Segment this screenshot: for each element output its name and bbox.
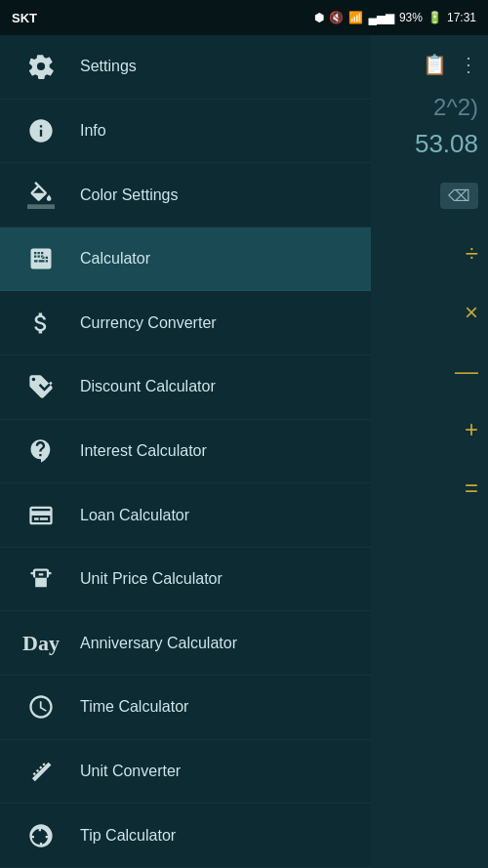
interest-calculator-label: Interest Calculator <box>80 442 207 460</box>
sidebar-item-interest-calculator[interactable]: Interest Calculator <box>0 420 371 484</box>
plus-button[interactable]: + <box>465 416 478 443</box>
calc-header: 📋 ⋮ <box>371 45 488 84</box>
day-text-icon: Day <box>20 622 62 665</box>
calc-result: 53.08 <box>371 125 488 163</box>
time-label: 17:31 <box>447 11 476 24</box>
battery-icon: 🔋 <box>427 11 442 24</box>
interest-icon <box>20 430 62 473</box>
multiply-button[interactable]: × <box>465 299 478 326</box>
percent-tag-icon <box>20 365 62 408</box>
app-container: Settings Info Color Settings Calculator <box>0 35 488 868</box>
sidebar-item-settings[interactable]: Settings <box>0 35 371 100</box>
bluetooth-icon: ⬢ <box>314 11 324 24</box>
more-options-icon[interactable]: ⋮ <box>459 53 478 76</box>
minus-button[interactable]: — <box>455 357 478 385</box>
navigation-drawer: Settings Info Color Settings Calculator <box>0 35 371 868</box>
divide-button[interactable]: ÷ <box>466 240 478 268</box>
gear-icon <box>20 45 62 88</box>
ruler-icon <box>20 750 62 793</box>
scales-icon <box>20 558 62 600</box>
status-icons: ⬢ 🔇 📶 ▄▅▆ 93% 🔋 17:31 <box>314 11 476 24</box>
paint-bucket-icon <box>20 174 62 217</box>
anniversary-calculator-label: Anniversary Calculator <box>80 635 237 652</box>
loan-calculator-label: Loan Calculator <box>80 507 189 524</box>
unit-converter-label: Unit Converter <box>80 763 181 780</box>
dollar-icon <box>20 302 62 345</box>
mute-icon: 🔇 <box>329 11 344 24</box>
sidebar-item-discount-calculator[interactable]: Discount Calculator <box>0 355 371 420</box>
sidebar-item-time-calculator[interactable]: Time Calculator <box>0 676 371 740</box>
signal-icon: ▄▅▆ <box>368 11 394 24</box>
sidebar-item-unit-price-calculator[interactable]: Unit Price Calculator <box>0 548 371 612</box>
sidebar-item-anniversary-calculator[interactable]: Day Anniversary Calculator <box>0 611 371 676</box>
clock-icon <box>20 685 62 728</box>
loan-icon <box>20 494 62 537</box>
calculator-area: 📋 ⋮ 2^2) 53.08 ⌫ ÷ × — + = <box>371 35 488 868</box>
calculator-label: Calculator <box>80 250 150 268</box>
sidebar-item-calculator[interactable]: Calculator <box>0 227 371 292</box>
info-label: Info <box>80 122 106 140</box>
carrier-label: SKT <box>12 11 37 25</box>
unit-price-calculator-label: Unit Price Calculator <box>80 570 223 588</box>
sidebar-item-color-settings[interactable]: Color Settings <box>0 163 371 227</box>
wifi-icon: 📶 <box>348 11 363 24</box>
sidebar-item-info[interactable]: Info <box>0 100 371 164</box>
backspace-icon: ⌫ <box>448 186 470 205</box>
sidebar-item-tip-calculator[interactable]: Tip Calculator <box>0 804 371 868</box>
currency-converter-label: Currency Converter <box>80 314 217 332</box>
info-icon <box>20 109 62 152</box>
calc-expression: 2^2) <box>371 84 488 125</box>
calc-button-panel: ⌫ ÷ × — + = <box>371 163 488 868</box>
backspace-button[interactable]: ⌫ <box>440 183 478 209</box>
battery-label: 93% <box>399 11 423 24</box>
tip-icon <box>20 814 62 857</box>
sidebar-item-currency-converter[interactable]: Currency Converter <box>0 291 371 355</box>
equals-button[interactable]: = <box>465 475 478 502</box>
clipboard-icon: 📋 <box>423 53 447 76</box>
sidebar-item-loan-calculator[interactable]: Loan Calculator <box>0 483 371 548</box>
sidebar-item-unit-converter[interactable]: Unit Converter <box>0 740 371 805</box>
settings-label: Settings <box>80 58 137 75</box>
calculator-icon <box>20 237 62 280</box>
color-settings-label: Color Settings <box>80 186 179 204</box>
status-bar: SKT ⬢ 🔇 📶 ▄▅▆ 93% 🔋 17:31 <box>0 0 488 35</box>
discount-calculator-label: Discount Calculator <box>80 378 216 395</box>
tip-calculator-label: Tip Calculator <box>80 827 176 845</box>
time-calculator-label: Time Calculator <box>80 698 188 716</box>
